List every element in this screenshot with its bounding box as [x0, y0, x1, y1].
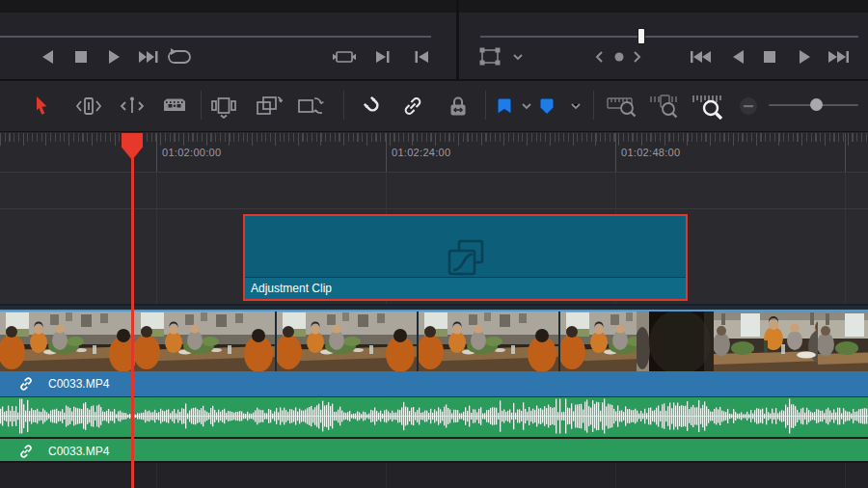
link-icon — [17, 375, 35, 393]
track-boundary — [0, 172, 868, 173]
panel-divider — [456, 0, 459, 80]
overwrite-clip-icon — [254, 94, 283, 119]
audio-clip-namebar: C0033.MP4 — [0, 437, 868, 463]
video-clip[interactable]: C0033.MP4 — [0, 304, 868, 396]
keyframe-button[interactable] — [610, 43, 628, 70]
track-gridline — [845, 463, 846, 488]
ruler-major-tick — [156, 133, 157, 173]
linked-selection-button[interactable] — [397, 91, 428, 122]
play-to-end-icon — [372, 47, 393, 67]
overwrite-clip-button[interactable] — [253, 91, 284, 122]
minus-icon — [739, 96, 758, 116]
dynamic-trim-mode-button[interactable] — [117, 91, 148, 122]
razor-icon — [160, 95, 189, 117]
play-reverse-icon — [39, 47, 58, 67]
video-thumbnail — [560, 312, 637, 373]
chevron-down-icon — [521, 102, 532, 110]
stop-button[interactable] — [68, 43, 95, 70]
zoom-custom-icon — [692, 93, 726, 120]
position-lock-button[interactable] — [443, 91, 474, 122]
toolbar-divider — [343, 91, 344, 120]
video-thumbnail — [419, 312, 560, 373]
video-thumbnail — [818, 312, 868, 373]
go-to-first-frame-icon — [688, 47, 713, 67]
marker-dropdown[interactable] — [568, 91, 583, 122]
next-clip-icon — [137, 47, 160, 67]
adjustment-clip-icon — [445, 239, 487, 278]
video-thumbnails — [0, 310, 868, 373]
link-icon — [400, 94, 425, 119]
trim-edit-icon — [74, 95, 103, 118]
zoom-out-button[interactable] — [738, 91, 759, 122]
chevron-down-icon — [512, 53, 524, 61]
chevron-left-icon — [594, 50, 604, 64]
transform-dropdown[interactable] — [509, 43, 527, 70]
left-viewer-jog-bar[interactable] — [0, 36, 431, 38]
trim-edit-mode-button[interactable] — [73, 91, 104, 122]
previous-keyframe-button[interactable] — [590, 43, 608, 70]
stop-button-right[interactable] — [756, 43, 783, 70]
transform-icon — [477, 46, 502, 68]
next-clip-button[interactable] — [135, 43, 162, 70]
razor-edit-mode-button[interactable] — [159, 91, 190, 122]
video-clip-label: C0033.MP4 — [48, 377, 109, 391]
playhead-line[interactable] — [131, 133, 134, 488]
video-thumbnail — [0, 312, 135, 373]
marker-button[interactable] — [536, 91, 557, 122]
audio-clip[interactable]: C0033.MP4 — [0, 397, 868, 461]
adjustment-clip[interactable]: Adjustment Clip — [243, 214, 688, 301]
go-to-start-icon — [411, 47, 432, 67]
edit-toolbar — [0, 81, 868, 131]
play-icon — [795, 47, 814, 67]
play-button[interactable] — [100, 43, 127, 70]
play-reverse-icon — [729, 47, 748, 67]
next-keyframe-button[interactable] — [629, 43, 646, 70]
video-thumbnail — [135, 312, 277, 373]
play-to-end-button[interactable] — [369, 43, 396, 70]
video-thumbnail — [277, 312, 419, 373]
keyframe-dot-icon — [613, 51, 625, 63]
right-viewer-jog-bar[interactable] — [480, 36, 858, 38]
ruler-major-tick — [845, 133, 846, 173]
play-reverse-button-right[interactable] — [725, 43, 752, 70]
jog-position-marker[interactable] — [638, 29, 644, 43]
ruler-major-tick — [386, 133, 387, 173]
replace-clip-icon — [296, 94, 327, 119]
zoom-custom-button[interactable] — [691, 91, 727, 122]
chevron-right-icon — [633, 50, 642, 64]
zoom-detail-icon — [648, 93, 681, 120]
go-to-first-frame-button[interactable] — [687, 43, 714, 70]
play-icon — [104, 47, 123, 67]
zoom-slider-handle[interactable] — [810, 98, 823, 111]
cursor-icon — [32, 95, 51, 118]
selection-mode-button[interactable] — [26, 91, 57, 122]
loop-range-button[interactable] — [331, 43, 358, 70]
flag-dropdown[interactable] — [519, 91, 534, 122]
adjustment-clip-label: Adjustment Clip — [251, 282, 332, 295]
transform-button[interactable] — [476, 43, 503, 70]
go-to-last-frame-icon — [827, 47, 852, 67]
loop-button[interactable] — [166, 43, 193, 70]
toolbar-divider — [485, 91, 486, 120]
viewer-bottom-strip — [0, 0, 868, 13]
magnet-icon — [361, 94, 386, 119]
zoom-full-extent-button[interactable] — [605, 91, 639, 122]
replace-clip-button[interactable] — [296, 91, 327, 122]
snapping-button[interactable] — [358, 91, 389, 122]
marker-icon — [538, 96, 556, 116]
play-button-right[interactable] — [791, 43, 818, 70]
track-gridline — [615, 463, 616, 488]
video-clip-namebar: C0033.MP4 — [0, 371, 868, 396]
audio-waveform — [0, 397, 868, 435]
play-reverse-button[interactable] — [35, 43, 62, 70]
insert-clip-button[interactable] — [208, 91, 239, 122]
go-to-start-button[interactable] — [408, 43, 435, 70]
loop-range-icon — [332, 47, 357, 67]
timeline-empty-area[interactable] — [0, 463, 868, 488]
audio-clip-label: C0033.MP4 — [48, 445, 109, 458]
zoom-detail-button[interactable] — [647, 91, 682, 122]
insert-clip-icon — [209, 94, 238, 119]
flag-button[interactable] — [494, 91, 515, 122]
go-to-last-frame-button[interactable] — [826, 43, 853, 70]
loop-icon — [167, 47, 192, 67]
